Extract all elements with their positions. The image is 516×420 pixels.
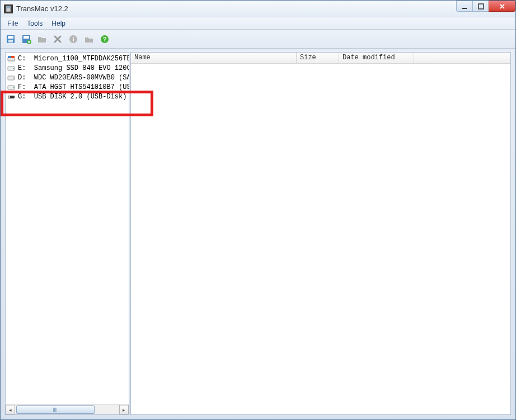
scroll-right-icon[interactable]: ▸	[119, 405, 129, 414]
menubar: File Tools Help	[1, 17, 515, 30]
svg-rect-17	[11, 56, 15, 58]
drive-letter: C:	[18, 55, 26, 63]
scroll-thumb[interactable]	[16, 405, 95, 414]
svg-rect-5	[8, 36, 13, 39]
minimize-button[interactable]	[456, 1, 473, 12]
svg-point-23	[13, 87, 14, 88]
drive-item-g[interactable]: G: USB DISK 2.0 (USB-Disk)	[6, 92, 129, 101]
usb-icon	[7, 93, 16, 101]
scroll-left-icon[interactable]: ◂	[6, 405, 15, 414]
svg-rect-16	[8, 56, 11, 58]
drive-label: Samsung SSD 840 EVO 120GB (S	[34, 64, 129, 72]
hdd-win-icon	[7, 55, 16, 63]
svg-rect-8	[24, 36, 29, 39]
drive-item-e[interactable]: E: Samsung SSD 840 EVO 120GB (S	[6, 63, 129, 73]
menu-file[interactable]: File	[3, 18, 22, 29]
menu-tools[interactable]: Tools	[22, 18, 47, 29]
drive-letter: E:	[18, 64, 26, 72]
drive-item-d[interactable]: D: WDC WD20EARS-00MVWB0 (SATA-D	[6, 73, 129, 82]
svg-text:?: ?	[103, 36, 107, 43]
scroll-track[interactable]	[15, 405, 119, 414]
drive-label: USB DISK 2.0 (USB-Disk)	[34, 93, 127, 101]
svg-rect-1	[7, 7, 10, 8]
hdd-icon	[7, 64, 16, 72]
svg-rect-12	[73, 37, 74, 38]
menu-help[interactable]: Help	[47, 18, 70, 29]
save-as-icon[interactable]	[20, 32, 33, 46]
svg-point-19	[13, 68, 14, 69]
window-title: TransMac v12.2	[16, 4, 68, 13]
drive-label: WDC WD20EARS-00MVWB0 (SATA-D	[34, 74, 129, 82]
drive-letter: F:	[18, 83, 26, 91]
help-icon[interactable]: ?	[98, 32, 111, 46]
save-icon[interactable]	[4, 32, 17, 46]
svg-rect-6	[8, 40, 13, 43]
folder-icon[interactable]	[35, 32, 49, 46]
close-button[interactable]	[489, 1, 515, 12]
file-list-pane: Name Size Date modified	[130, 52, 511, 415]
column-size[interactable]: Size	[297, 53, 339, 63]
svg-rect-25	[8, 96, 10, 98]
drive-tree[interactable]: C: Micron_1100_MTFDDAK256TBN (S E: Samsu…	[6, 53, 129, 404]
drive-label: Micron_1100_MTFDDAK256TBN (S	[34, 55, 129, 63]
file-list-body[interactable]	[131, 64, 510, 414]
column-name[interactable]: Name	[131, 53, 297, 63]
column-spacer[interactable]	[414, 53, 510, 63]
window-controls	[457, 1, 515, 13]
drive-item-c[interactable]: C: Micron_1100_MTFDDAK256TBN (S	[6, 54, 129, 63]
content-area: C: Micron_1100_MTFDDAK256TBN (S E: Samsu…	[5, 52, 511, 415]
svg-rect-2	[462, 8, 467, 9]
hdd-icon	[7, 74, 16, 82]
svg-rect-3	[479, 4, 484, 9]
toolbar: ?	[1, 30, 515, 49]
delete-icon[interactable]	[51, 32, 64, 46]
tree-hscrollbar[interactable]: ◂ ▸	[6, 404, 129, 414]
titlebar[interactable]: TransMac v12.2	[1, 1, 515, 17]
svg-point-21	[13, 77, 14, 78]
copy-icon[interactable]	[82, 32, 96, 46]
drive-tree-pane: C: Micron_1100_MTFDDAK256TBN (S E: Samsu…	[5, 52, 129, 415]
info-icon[interactable]	[67, 32, 80, 46]
drive-label: ATA HGST HTS541010B7 (USB-Di	[34, 83, 129, 91]
drive-letter: D:	[18, 74, 26, 82]
drive-item-f[interactable]: F: ATA HGST HTS541010B7 (USB-Di	[6, 82, 129, 92]
column-headers: Name Size Date modified	[131, 53, 510, 64]
maximize-button[interactable]	[472, 1, 489, 12]
app-window: TransMac v12.2 File Tools Help	[0, 0, 516, 420]
svg-rect-11	[73, 39, 74, 41]
drive-letter: G:	[18, 93, 26, 101]
hdd-icon	[7, 83, 16, 91]
column-date[interactable]: Date modified	[339, 53, 414, 63]
app-icon	[4, 4, 13, 13]
